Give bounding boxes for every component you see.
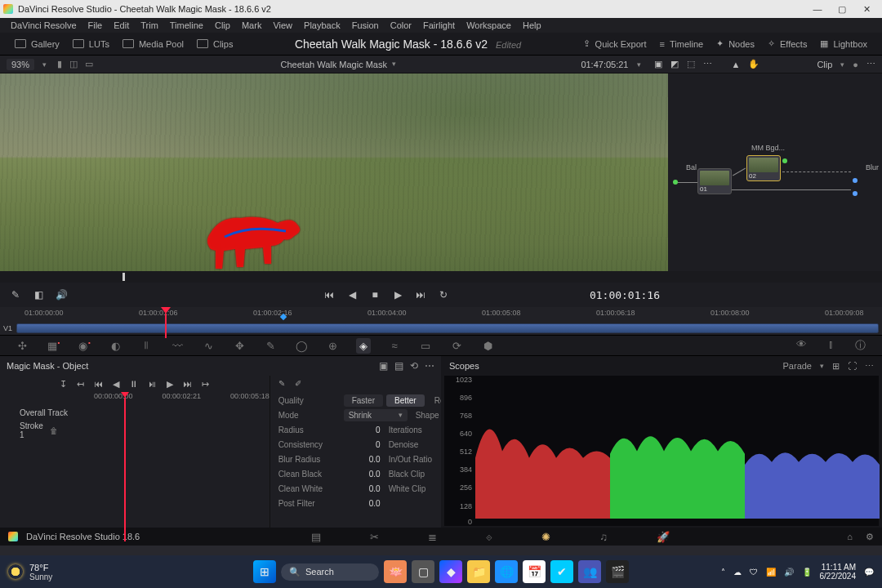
clean-black-field[interactable]: 0.0 [344, 470, 381, 479]
mm-reset-icon[interactable]: ⟲ [410, 360, 418, 372]
node-editor[interactable]: Bal MM Bgd... Blur 01 02 [668, 74, 882, 271]
viewer-scrub-bar[interactable] [0, 271, 882, 283]
menu-fairlight[interactable]: Fairlight [417, 20, 461, 30]
palette-qualifier-icon[interactable]: ✥ [232, 340, 247, 352]
highlight-icon[interactable]: ⬚ [687, 59, 695, 69]
scopes-mode[interactable]: Parade [783, 361, 812, 371]
node-mode[interactable]: Clip [817, 60, 832, 69]
tray-volume-icon[interactable]: 🔊 [784, 568, 794, 577]
timeline-playhead[interactable] [161, 307, 171, 314]
palette-magic-mask-icon[interactable]: ◈ [356, 338, 371, 354]
start-button[interactable]: ⊞ [253, 560, 276, 583]
mode-select[interactable]: Shrink▾ [344, 409, 408, 421]
menu-view[interactable]: View [267, 20, 298, 30]
taskbar-taskview[interactable]: ▢ [412, 560, 434, 583]
mm-track-one-fwd-icon[interactable]: ↦ [202, 379, 209, 390]
palette-window-icon[interactable]: ◯ [294, 340, 309, 352]
mm-options-icon[interactable]: ⋯ [425, 360, 434, 372]
palette-sizing-icon[interactable]: ⟳ [449, 340, 464, 352]
nodes-button[interactable]: ✦Nodes [710, 36, 761, 51]
taskbar-resolve[interactable]: 🎬 [606, 560, 629, 583]
menu-file[interactable]: File [82, 20, 109, 30]
lightbox-button[interactable]: ▦Lightbox [813, 36, 874, 51]
view-cinema-icon[interactable]: ▭ [82, 59, 96, 69]
tray-security-icon[interactable]: 🛡 [750, 568, 758, 577]
gallery-button[interactable]: Gallery [8, 37, 66, 51]
taskbar-edge[interactable]: 🌐 [495, 560, 518, 583]
stop-button[interactable]: ■ [369, 289, 381, 301]
mm-stroke-1[interactable]: Stroke 1🗑 [0, 421, 270, 439]
page-fairlight-icon[interactable]: ♫ [599, 531, 608, 543]
palette-wheels-icon[interactable]: ◉ [77, 340, 91, 352]
palette-blur-icon[interactable]: ≈ [387, 340, 402, 352]
scopes-expand-icon[interactable]: ⛶ [848, 361, 857, 371]
trash-icon[interactable]: 🗑 [50, 426, 58, 435]
consistency-field[interactable]: 0 [344, 440, 381, 449]
palette-info-icon[interactable]: ⓘ [853, 338, 867, 353]
page-edit-icon[interactable]: ≣ [428, 531, 437, 543]
window-close-button[interactable]: ✕ [854, 0, 879, 18]
hand-tool-icon[interactable]: ✋ [748, 59, 760, 69]
page-fusion-icon[interactable]: ⟐ [486, 531, 492, 543]
menu-playback[interactable]: Playback [298, 20, 346, 30]
palette-camera-raw-icon[interactable]: ✣ [15, 340, 29, 352]
next-clip-button[interactable]: ⏭ [415, 289, 426, 301]
page-media-icon[interactable]: ▤ [311, 531, 321, 543]
media-pool-button[interactable]: Media Pool [116, 37, 190, 51]
prev-clip-button[interactable]: ⏮ [323, 289, 335, 301]
window-minimize-button[interactable]: — [805, 0, 830, 18]
view-dual-icon[interactable]: ◫ [67, 59, 80, 69]
clips-button[interactable]: Clips [190, 37, 239, 51]
mm-track-fwd-button[interactable]: ▶ [167, 379, 173, 390]
menu-color[interactable]: Color [385, 20, 417, 30]
tray-battery-icon[interactable]: 🔋 [802, 568, 812, 577]
mm-track-step-button[interactable]: ⏯ [148, 379, 157, 389]
node-02[interactable]: 02 [746, 155, 781, 181]
menu-fusion[interactable]: Fusion [346, 20, 385, 30]
tray-onedrive-icon[interactable]: ☁ [733, 568, 742, 577]
node-options-icon[interactable]: ⋯ [866, 59, 875, 69]
palette-scopes-icon[interactable]: ⫿ [823, 338, 838, 353]
mm-track-next-button[interactable]: ⏭ [183, 379, 192, 389]
play-button[interactable]: ▶ [392, 289, 403, 301]
clip-name[interactable]: Cheetah Walk Magic Mask [281, 60, 387, 69]
timeline-clip[interactable] [16, 323, 879, 333]
mute-icon[interactable]: 🔊 [56, 289, 67, 301]
mm-track-back-button[interactable]: ◀ [113, 379, 119, 390]
scopes-layout-icon[interactable]: ⊞ [832, 361, 840, 372]
unmix-icon[interactable]: ◧ [33, 289, 44, 301]
quick-export-button[interactable]: ⇪Quick Export [577, 36, 653, 51]
project-settings-icon[interactable]: ⚙ [866, 532, 874, 542]
menu-mark[interactable]: Mark [236, 20, 267, 30]
page-color-icon[interactable]: ✺ [541, 531, 550, 543]
viewer-timecode[interactable]: 01:00:01:16 [590, 289, 872, 301]
taskbar-app1[interactable]: 🪷 [384, 560, 407, 583]
mm-track-pause-button[interactable]: ⏸ [129, 379, 138, 389]
radius-field[interactable]: 0 [344, 425, 381, 434]
taskbar-weather[interactable]: 78°F Sunny [8, 563, 52, 581]
menu-davinci[interactable]: DaVinci Resolve [5, 20, 82, 30]
source-timecode[interactable]: 01:47:05:21 [581, 60, 628, 69]
taskbar-teams[interactable]: 👥 [578, 560, 601, 583]
menu-workspace[interactable]: Workspace [461, 20, 517, 30]
view-single-icon[interactable]: ▮ [55, 59, 65, 69]
blur-radius-field[interactable]: 0.0 [344, 455, 381, 464]
node-01[interactable]: 01 [697, 168, 732, 194]
luts-button[interactable]: LUTs [66, 37, 116, 51]
menu-edit[interactable]: Edit [108, 20, 135, 30]
palette-key-icon[interactable]: ▭ [418, 340, 433, 352]
mm-mode-b-icon[interactable]: ▤ [394, 360, 403, 372]
timeline-button[interactable]: ≡Timeline [653, 37, 710, 51]
page-cut-icon[interactable]: ✂ [370, 531, 379, 543]
menu-timeline[interactable]: Timeline [164, 20, 209, 30]
mm-track-all-back-icon[interactable]: ↧ [60, 379, 67, 390]
mm-track-one-back-icon[interactable]: ↤ [77, 379, 84, 390]
palette-3d-icon[interactable]: ⬢ [480, 340, 495, 352]
node-link-port[interactable] [782, 158, 787, 163]
tray-notifications-icon[interactable]: 💬 [864, 568, 874, 577]
taskbar-clock[interactable]: 11:11 AM 6/22/2024 [820, 563, 857, 581]
palette-warper-icon[interactable]: ∿ [201, 340, 216, 352]
pointer-tool-icon[interactable]: ▲ [732, 60, 741, 69]
quality-faster[interactable]: Faster [344, 394, 383, 407]
scopes-options-icon[interactable]: ⋯ [865, 361, 874, 372]
